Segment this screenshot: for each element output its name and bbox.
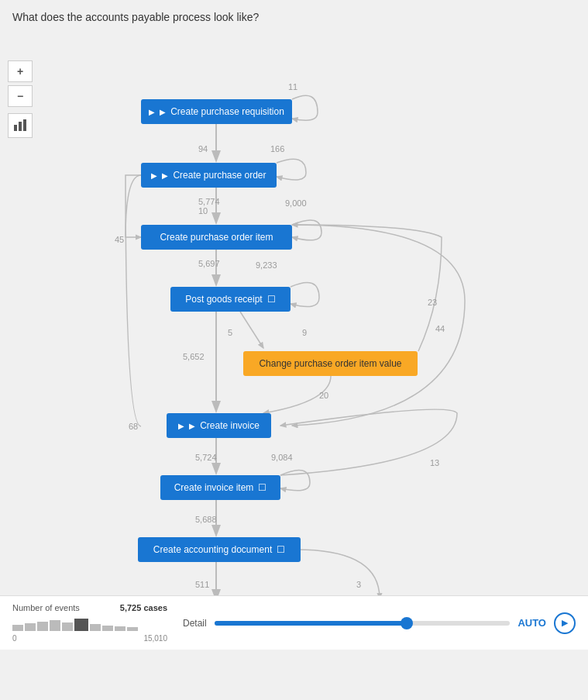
accounting-doc-checkbox[interactable]: ☐ — [277, 544, 285, 555]
slider-thumb — [401, 617, 413, 629]
node-create-invoice[interactable]: ▶ Create invoice — [167, 413, 271, 438]
count-23: 23 — [428, 298, 437, 307]
node-arrow-icon: ▶ — [162, 171, 168, 180]
play-button[interactable]: ▶ — [554, 612, 576, 634]
toolbar: + − — [8, 60, 33, 138]
chart-view-button[interactable] — [8, 113, 33, 138]
detail-slider[interactable] — [215, 621, 511, 626]
bottom-bar: Number of events 5,725 cases 0 15,010 — [0, 595, 588, 650]
bottom-left: Number of events 5,725 cases 0 15,010 — [12, 603, 167, 643]
count-5724: 5,724 — [195, 453, 217, 462]
slider-fill — [215, 621, 407, 626]
node-purchase-requisition[interactable]: ▶ Create purchase requisition — [141, 99, 292, 124]
count-5697: 5,697 — [198, 259, 220, 268]
count-11: 11 — [288, 82, 297, 91]
hbar-1 — [12, 625, 23, 631]
count-5688: 5,688 — [195, 515, 217, 524]
svg-line-10 — [240, 312, 263, 348]
events-label: Number of events — [12, 603, 80, 612]
hbar-2 — [25, 623, 36, 631]
node-purchase-order[interactable]: ▶ Create purchase order — [141, 163, 277, 188]
node-post-goods-receipt[interactable]: Post goods receipt ☐ — [170, 287, 291, 312]
count-511: 511 — [195, 580, 209, 589]
node-arrow-icon: ▶ — [160, 108, 166, 116]
count-5652: 5,652 — [183, 352, 205, 361]
bar-chart-icon — [13, 119, 27, 133]
count-3: 3 — [356, 580, 361, 589]
bottom-numbers: 0 15,010 — [12, 634, 167, 643]
count-9000: 9,000 — [285, 198, 307, 208]
svg-rect-2 — [23, 119, 26, 131]
count-20: 20 — [319, 391, 328, 400]
hbar-10 — [127, 627, 138, 631]
node-purchase-order-item[interactable]: Create purchase order item — [141, 225, 292, 250]
hbar-5 — [62, 622, 73, 631]
chart-area: + − — [0, 29, 588, 650]
node-create-accounting-doc[interactable]: Create accounting document ☐ — [138, 537, 301, 562]
svg-rect-0 — [14, 125, 17, 131]
count-9233: 9,233 — [256, 260, 277, 270]
count-94: 94 — [198, 144, 208, 153]
node-arrow-icon: ▶ — [189, 422, 195, 430]
auto-label: AUTO — [518, 617, 546, 629]
count-166: 166 — [270, 144, 284, 153]
zoom-out-button[interactable]: − — [8, 85, 33, 107]
count-5: 5 — [228, 328, 232, 337]
bottom-right: Detail AUTO ▶ — [183, 612, 576, 634]
page-container: What does the accounts payable process l… — [0, 0, 588, 650]
node-change-po-item-value[interactable]: Change purchase order item value — [243, 351, 418, 376]
range-max: 15,010 — [143, 634, 167, 643]
count-9: 9 — [302, 328, 307, 337]
count-5774: 5,774 — [198, 197, 220, 206]
page-title: What does the accounts payable process l… — [0, 0, 588, 29]
hbar-3 — [37, 622, 48, 631]
count-10: 10 — [198, 206, 208, 216]
cases-value: 5,725 cases — [120, 603, 167, 612]
hbar-8 — [102, 626, 113, 631]
range-min: 0 — [12, 634, 17, 643]
hbar-6 — [74, 619, 88, 631]
count-45: 45 — [115, 235, 124, 244]
histogram — [12, 616, 167, 631]
svg-rect-1 — [19, 122, 22, 131]
detail-label: Detail — [183, 618, 207, 629]
count-9084: 9,084 — [271, 453, 293, 462]
count-44: 44 — [435, 324, 445, 333]
hbar-9 — [115, 626, 126, 631]
hbar-4 — [50, 620, 60, 631]
post-goods-checkbox[interactable]: ☐ — [267, 294, 276, 305]
count-13: 13 — [430, 458, 439, 467]
zoom-in-button[interactable]: + — [8, 60, 33, 82]
invoice-item-checkbox[interactable]: ☐ — [258, 482, 266, 493]
node-create-invoice-item[interactable]: Create invoice item ☐ — [160, 475, 280, 500]
count-68: 68 — [129, 422, 138, 431]
hbar-7 — [90, 624, 101, 631]
